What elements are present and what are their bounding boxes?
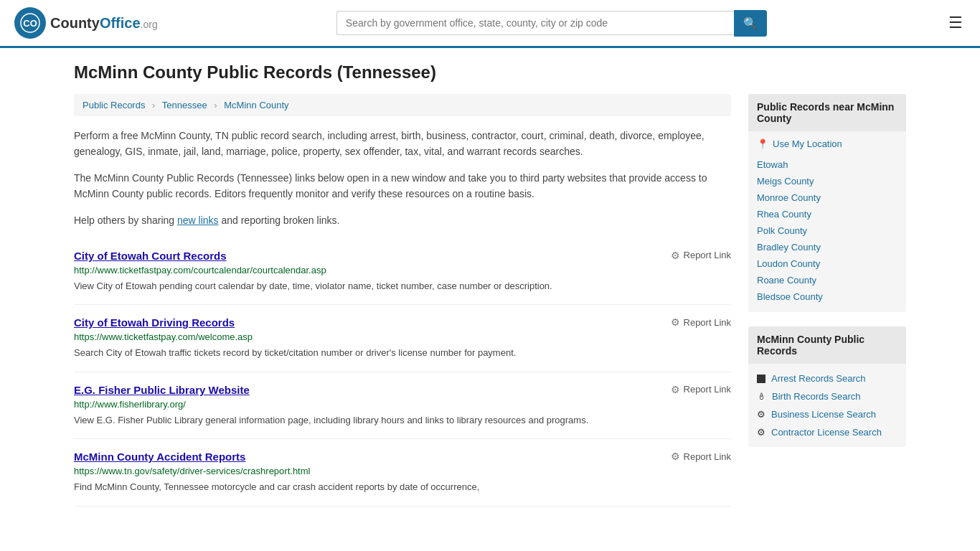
content-layout: Public Records › Tennessee › McMinn Coun… (74, 94, 906, 507)
sidebar: Public Records near McMinn County 📍 Use … (748, 94, 906, 507)
record-header-1: City of Etowah Driving Records ⚙ Report … (74, 316, 731, 329)
location-pin-icon: 📍 (757, 138, 768, 149)
record-header-0: City of Etowah Court Records ⚙ Report Li… (74, 250, 731, 262)
sidebar-records-section: McMinn County Public Records Arrest Reco… (748, 326, 906, 447)
record-url-2: http://www.fisherlibrary.org/ (74, 399, 731, 410)
sidebar-link-etowah[interactable]: Etowah (757, 156, 897, 173)
sidebar-nearby-body: 📍 Use My Location Etowah Meigs County Mo… (748, 131, 906, 312)
report-link-3[interactable]: ⚙ Report Link (671, 451, 731, 462)
birth-icon: 🕯 (757, 391, 766, 402)
sidebar-record-contractor[interactable]: ⚙ Contractor License Search (757, 423, 897, 441)
description-3: Help others by sharing new links and rep… (74, 212, 731, 228)
record-item-3: McMinn County Accident Reports ⚙ Report … (74, 439, 731, 507)
record-item-1: City of Etowah Driving Records ⚙ Report … (74, 305, 731, 372)
sidebar-record-business[interactable]: ⚙ Business License Search (757, 405, 897, 423)
page-title: McMinn County Public Records (Tennessee) (74, 62, 906, 83)
description-2: The McMinn County Public Records (Tennes… (74, 170, 731, 202)
record-desc-2: View E.G. Fisher Public Library general … (74, 413, 731, 428)
site-header: CO CountyOffice.org 🔍 ☰ (0, 0, 980, 48)
breadcrumb-public-records[interactable]: Public Records (83, 100, 145, 110)
sidebar-link-roane[interactable]: Roane County (757, 272, 897, 288)
menu-button[interactable]: ☰ (946, 11, 966, 35)
sidebar-link-loudon[interactable]: Loudon County (757, 255, 897, 272)
report-link-0[interactable]: ⚙ Report Link (671, 250, 731, 261)
sidebar-link-polk[interactable]: Polk County (757, 222, 897, 239)
record-item-2: E.G. Fisher Public Library Website ⚙ Rep… (74, 372, 731, 440)
report-icon-2: ⚙ (671, 384, 680, 395)
sidebar-records-body: Arrest Records Search 🕯 Birth Records Se… (748, 364, 906, 447)
svg-text:CO: CO (23, 18, 37, 29)
new-links-link[interactable]: new links (177, 215, 219, 226)
sidebar-link-bledsoe[interactable]: Bledsoe County (757, 288, 897, 305)
sidebar-record-arrest[interactable]: Arrest Records Search (757, 369, 897, 387)
sidebar-link-monroe[interactable]: Monroe County (757, 189, 897, 206)
record-title-3[interactable]: McMinn County Accident Reports (74, 451, 245, 463)
sidebar-link-meigs[interactable]: Meigs County (757, 173, 897, 189)
logo-text: CountyOffice.org (50, 15, 158, 32)
description-1: Perform a free McMinn County, TN public … (74, 128, 731, 160)
sidebar-record-birth[interactable]: 🕯 Birth Records Search (757, 387, 897, 405)
record-desc-3: Find McMinn County, Tennessee motorcycle… (74, 480, 731, 494)
report-icon-3: ⚙ (671, 451, 680, 462)
record-item-0: City of Etowah Court Records ⚙ Report Li… (74, 238, 731, 306)
search-button[interactable]: 🔍 (734, 10, 767, 37)
record-header-3: McMinn County Accident Reports ⚙ Report … (74, 451, 731, 463)
record-url-3: https://www.tn.gov/safety/driver-service… (74, 466, 731, 476)
record-header-2: E.G. Fisher Public Library Website ⚙ Rep… (74, 384, 731, 396)
page-container: McMinn County Public Records (Tennessee)… (60, 48, 920, 521)
record-url-0: http://www.ticketfastpay.com/courtcalend… (74, 265, 731, 276)
contractor-icon: ⚙ (757, 427, 765, 438)
logo-area: CO CountyOffice.org (14, 7, 158, 39)
search-input[interactable] (336, 11, 734, 35)
arrest-icon (757, 375, 765, 383)
sidebar-records-header: McMinn County Public Records (748, 326, 906, 364)
main-content: Public Records › Tennessee › McMinn Coun… (74, 94, 731, 507)
sidebar-link-bradley[interactable]: Bradley County (757, 239, 897, 255)
report-icon-0: ⚙ (671, 250, 680, 261)
search-area: 🔍 (336, 10, 767, 37)
breadcrumb-mcminn-county[interactable]: McMinn County (224, 100, 288, 110)
sidebar-nearby-section: Public Records near McMinn County 📍 Use … (748, 94, 906, 312)
record-title-1[interactable]: City of Etowah Driving Records (74, 316, 235, 329)
record-desc-1: Search City of Etowah traffic tickets re… (74, 346, 731, 360)
record-url-1: https://www.ticketfastpay.com/welcome.as… (74, 331, 731, 342)
report-icon-1: ⚙ (671, 316, 680, 328)
logo-icon: CO (14, 7, 46, 39)
record-title-2[interactable]: E.G. Fisher Public Library Website (74, 384, 250, 396)
use-my-location[interactable]: 📍 Use My Location (757, 138, 897, 149)
sidebar-nearby-header: Public Records near McMinn County (748, 94, 906, 131)
record-title-0[interactable]: City of Etowah Court Records (74, 250, 227, 262)
record-desc-0: View City of Etowah pending court calend… (74, 279, 731, 293)
breadcrumb-tennessee[interactable]: Tennessee (162, 100, 207, 110)
report-link-1[interactable]: ⚙ Report Link (671, 316, 731, 328)
report-link-2[interactable]: ⚙ Report Link (671, 384, 731, 395)
business-icon: ⚙ (757, 409, 765, 420)
breadcrumb-sep-2: › (214, 100, 217, 110)
sidebar-link-rhea[interactable]: Rhea County (757, 206, 897, 222)
breadcrumb-sep-1: › (152, 100, 155, 110)
breadcrumb: Public Records › Tennessee › McMinn Coun… (74, 94, 731, 116)
